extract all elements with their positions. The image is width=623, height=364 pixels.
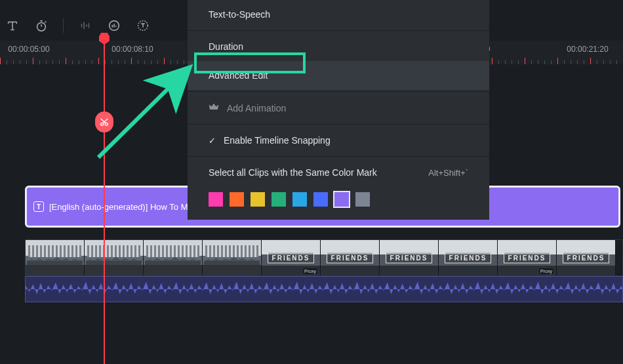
thumbnail-title: FRIENDS [268, 253, 315, 264]
menu-item-label: Enable Timeline Snapping [224, 135, 331, 146]
menu-item-label: Text-to-Speech [209, 9, 270, 20]
subtitle-type-icon: T [33, 201, 44, 212]
color-swatch[interactable] [230, 192, 244, 207]
menu-separator [188, 156, 489, 157]
ruler-timestamp: 00:00:21:20 [567, 45, 608, 54]
svg-point-0 [37, 22, 46, 31]
menu-item-label: Duration [209, 41, 243, 52]
thumbnail-title: FRIENDS [327, 253, 374, 264]
menu-item-label: Select all Clips with the Same Color Mar… [209, 167, 377, 178]
thumbnail-title: FRIENDS [445, 253, 492, 264]
video-thumbnail: FRIENDS [321, 240, 380, 275]
menu-separator [188, 124, 489, 125]
playhead[interactable] [104, 41, 105, 364]
menu-item-label: Advanced Edit [209, 70, 268, 81]
menu-item-select-same-color[interactable]: Select all Clips with the Same Color Mar… [188, 158, 489, 187]
thumbnail-title: FRIENDS [504, 253, 551, 264]
audio-bars-icon[interactable] [78, 18, 92, 33]
stopwatch-icon[interactable] [34, 18, 49, 33]
video-thumbnail [85, 240, 144, 275]
thumbnail-title: FRIENDS [563, 253, 610, 264]
ruler-timestamp: 00:00:08:10 [111, 45, 153, 54]
toolbar-separator [63, 18, 64, 33]
video-thumbnail: FRIENDSProxy [262, 240, 321, 275]
crown-icon [209, 102, 219, 113]
color-swatch[interactable] [271, 192, 286, 207]
check-icon: ✓ [209, 136, 216, 146]
video-thumbnail: FRIENDS [380, 240, 439, 275]
proxy-badge: Proxy [539, 268, 553, 274]
menu-item-label: Add Animation [227, 103, 286, 113]
color-swatch[interactable] [292, 192, 307, 207]
thumbnail-title: FRIENDS [386, 253, 433, 264]
color-swatch-row [188, 187, 489, 213]
color-swatch[interactable] [209, 192, 223, 207]
menu-item-add-animation[interactable]: Add Animation [188, 93, 489, 123]
loop-icon[interactable] [107, 18, 121, 33]
video-thumbnail [144, 240, 203, 275]
menu-item-tts[interactable]: Text-to-Speech [188, 0, 489, 29]
video-thumbnail [203, 240, 262, 275]
menu-separator [188, 91, 489, 92]
color-swatch[interactable] [251, 192, 265, 207]
video-thumbnail: FRIENDS [439, 240, 498, 275]
video-thumbnail: FRIENDS [557, 240, 616, 275]
menu-item-advanced-edit[interactable]: Advanced Edit [188, 61, 489, 90]
menu-separator [188, 30, 489, 31]
context-menu: Text-to-Speech Duration Advanced Edit Ad… [188, 0, 489, 220]
video-thumbnail: FRIENDSProxy [498, 240, 557, 275]
audio-clip[interactable] [25, 276, 623, 302]
text-effect-icon[interactable] [136, 18, 150, 33]
menu-shortcut: Alt+Shift+` [428, 168, 468, 178]
menu-item-snapping[interactable]: ✓ Enable Timeline Snapping [188, 126, 489, 155]
menu-item-duration[interactable]: Duration [188, 32, 489, 61]
text-tool-icon[interactable] [5, 18, 20, 33]
color-swatch[interactable] [313, 192, 328, 207]
color-swatch[interactable] [334, 192, 349, 207]
split-tool-icon[interactable] [95, 111, 113, 132]
ruler-timestamp: 00:00:05:00 [8, 45, 49, 54]
timeline-toolbar [5, 18, 150, 33]
color-swatch[interactable] [355, 192, 370, 207]
proxy-badge: Proxy [303, 268, 317, 274]
video-clip[interactable]: FRIENDSProxyFRIENDSFRIENDSFRIENDSFRIENDS… [25, 239, 623, 276]
video-thumbnail [26, 240, 85, 275]
